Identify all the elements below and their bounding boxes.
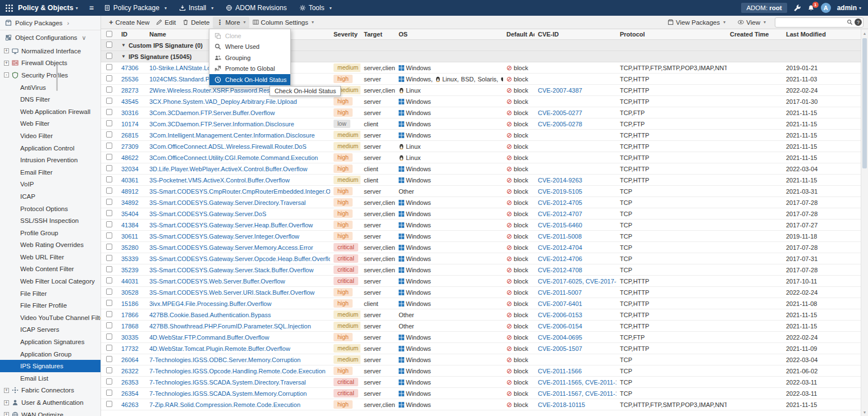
menu-item-where-used[interactable]: Where Used — [209, 42, 290, 53]
column-header-os[interactable]: OS — [395, 31, 503, 38]
table-row[interactable]: 352393S-Smart.CODESYS.Gateway.Server.Sta… — [101, 264, 861, 276]
sidebar-item-file-filter[interactable]: File Filter — [0, 287, 100, 300]
table-row[interactable]: 260647-Technologies.IGSS.ODBC.Server.Mem… — [101, 354, 861, 365]
signature-id-link[interactable]: 35239 — [121, 267, 139, 273]
sidebar-item-icap-servers[interactable]: ICAP Servers — [0, 324, 100, 336]
table-row[interactable]: 486223Com.OfficeConnect.Utility.CGI.Remo… — [101, 152, 861, 163]
table-row[interactable]: 151863ivx.MPEG4.File.Processing.Buffer.O… — [101, 298, 861, 309]
menu-policy-package[interactable]: Policy Package ▾ — [104, 4, 167, 12]
signature-name-link[interactable]: 3Com.Intelligent.Management.Center.Infor… — [149, 132, 315, 139]
signature-name-link[interactable]: 3S-Smart.CODESYS.Gateway.Server.Opcode.H… — [149, 255, 330, 262]
table-row[interactable]: 462637-Zip.RAR.Solid.Compression.Remote.… — [101, 399, 861, 410]
table-row[interactable]: 263547-Technologies.IGSS.SCADA.System.Me… — [101, 388, 861, 399]
signature-name-link[interactable]: 3Com.OfficeConnect.Utility.CGI.Remote.Co… — [149, 154, 318, 161]
table-row[interactable]: 303163Com.3CDaemon.FTP.Server.Buffer.Ove… — [101, 107, 861, 118]
signature-name-link[interactable]: 3S-Smart.CODESYS.Gateway.Server.DoS — [149, 211, 266, 217]
row-checkbox[interactable] — [106, 289, 112, 295]
table-row[interactable]: 263537-Technologies.IGSS.SCADA.System.Di… — [101, 377, 861, 388]
signature-id-link[interactable]: 44031 — [121, 278, 139, 285]
row-checkbox[interactable] — [106, 356, 112, 362]
sidebar-item-application-control[interactable]: Application Control — [0, 142, 100, 154]
row-checkbox[interactable] — [106, 75, 112, 81]
row-checkbox[interactable] — [106, 64, 112, 70]
cve-link[interactable]: CVE-2011-5007 — [538, 289, 582, 296]
column-header-id[interactable]: ID — [118, 31, 146, 38]
signature-name-link[interactable]: 3CX.Phone.System.VAD_Deploy.Arbitrary.Fi… — [149, 98, 297, 105]
sidebar-item-application-signatures[interactable]: Application Signatures — [0, 336, 100, 348]
signature-id-link[interactable]: 35339 — [121, 255, 139, 262]
signature-id-link[interactable]: 30335 — [121, 334, 139, 341]
row-checkbox[interactable] — [106, 390, 112, 396]
row-checkbox[interactable] — [106, 120, 112, 126]
signature-name-link[interactable]: 7-Technologies.IGSS.SCADA.System.Directo… — [149, 379, 306, 386]
view-packages-button[interactable]: View Packages ▾ — [664, 17, 729, 28]
sidebar-item-application-group[interactable]: Application Group — [0, 348, 100, 360]
group-checkbox[interactable] — [106, 42, 112, 48]
signature-id-link[interactable]: 26354 — [121, 390, 139, 397]
signature-id-link[interactable]: 26815 — [121, 132, 139, 139]
tree-expander-icon[interactable]: + — [4, 48, 9, 53]
cve-link[interactable]: CVE-2019-5105 — [538, 188, 582, 195]
menu-item-promote-to-global[interactable]: Promote to Global — [209, 63, 290, 75]
cve-link[interactable]: CVE-2012-4707 — [538, 211, 582, 217]
signature-id-link[interactable]: 34892 — [121, 199, 139, 206]
cve-link[interactable]: CVE-2011-1565, CVE-2011-15 — [538, 379, 616, 386]
signature-id-link[interactable]: 26064 — [121, 356, 139, 363]
row-checkbox[interactable] — [106, 333, 112, 340]
row-checkbox[interactable] — [106, 210, 112, 216]
signature-name-link[interactable]: 4D.WebStar.FTP.Command.Buffer.Overflow — [149, 334, 269, 341]
signature-name-link[interactable]: 3Com.3CDaemon.FTP.Server.Information.Dis… — [149, 121, 294, 127]
sidebar-item-email-filter[interactable]: Email Filter — [0, 166, 100, 179]
menu-item-grouping[interactable]: Grouping — [209, 52, 290, 63]
cve-link[interactable]: CVE-2005-0277 — [538, 109, 582, 116]
tree-expander-icon[interactable]: + — [4, 61, 9, 66]
row-checkbox[interactable] — [106, 188, 112, 194]
row-checkbox[interactable] — [106, 199, 112, 205]
table-row[interactable]: 403613S-Pocketnet.VMS.ActiveX.Control.Bu… — [101, 175, 861, 186]
table-row[interactable]: 17866427BB.Cookie.Based.Authentication.B… — [101, 309, 861, 321]
sidebar-item-video-filter[interactable]: Video Filter — [0, 130, 100, 142]
sidebar-scrollbar-thumb[interactable] — [56, 65, 58, 91]
search-input[interactable] — [775, 19, 847, 26]
signature-name-link[interactable]: 3S-Smart.CODESYS.Gateway.Server.Heap.Buf… — [149, 222, 313, 228]
sidebar-item-file-filter-profile[interactable]: File Filter Profile — [0, 299, 100, 312]
signature-name-link[interactable]: 3D.Life.Player.WebPlayer.ActiveX.Control… — [149, 166, 307, 172]
signature-name-link[interactable]: 427BB.Cookie.Based.Authentication.Bypass — [149, 312, 271, 318]
column-header-protocol[interactable]: Protocol — [616, 31, 727, 38]
sidebar-item-voip[interactable]: VoIP — [0, 179, 100, 191]
menu-install[interactable]: Install ▾ — [179, 4, 213, 12]
signature-id-link[interactable]: 17732 — [121, 345, 139, 352]
signature-name-link[interactable]: 7-Technologies.IGSS.Opcode.Handling.Remo… — [149, 368, 326, 374]
signature-name-link[interactable]: 7-Technologies.IGSS.SCADA.System.Memory.… — [149, 390, 307, 397]
signature-name-link[interactable]: 10-Strike.LANState.Lo — [149, 65, 211, 71]
cve-link[interactable]: CVE-2007-4387 — [538, 87, 582, 94]
signature-name-link[interactable]: 3S-Smart.CODESYS.CmpRouter.CmpRouterEmbe… — [149, 188, 330, 195]
table-row[interactable]: 17868427BB.Showthread.PHP.ForumID.Parame… — [101, 321, 861, 332]
scroll-up-arrow[interactable]: ▲ — [861, 29, 868, 37]
sidebar-item-profile-group[interactable]: Profile Group — [0, 227, 100, 239]
table-row[interactable]: 489123S-Smart.CODESYS.CmpRouter.CmpRoute… — [101, 186, 861, 197]
row-checkbox[interactable] — [106, 266, 112, 272]
collapse-caret-icon[interactable]: ▼ — [121, 54, 126, 59]
row-checkbox[interactable] — [106, 300, 112, 306]
sidebar-item-video-youtube-channel-filter[interactable]: Video YouTube Channel Filter — [0, 312, 100, 324]
sidebar-item-web-rating-overrides[interactable]: Web Rating Overrides — [0, 239, 100, 252]
tree-expander-icon[interactable]: + — [4, 388, 9, 393]
collapse-caret-icon[interactable]: ▼ — [121, 43, 126, 48]
signature-id-link[interactable]: 30316 — [121, 109, 139, 116]
signature-name-link[interactable]: 4D.WebStar.Tomcat.Plugin.Remote.Buffer.O… — [149, 345, 290, 352]
signature-name-link[interactable]: 3Com.OfficeConnect.ADSL.Wireless.Firewal… — [149, 143, 307, 150]
sidebar-item-fabric-connectors[interactable]: +Fabric Connectors — [0, 385, 100, 397]
sidebar-item-firewall-objects[interactable]: +Firewall Objects — [0, 57, 100, 70]
sidebar-item-web-content-filter[interactable]: Web Content Filter — [0, 263, 100, 276]
column-header-target[interactable]: Target — [360, 31, 395, 38]
cve-link[interactable]: CVE-2006-0154 — [538, 323, 582, 330]
cve-link[interactable]: CVE-2006-0153 — [538, 312, 582, 318]
signature-id-link[interactable]: 40361 — [121, 177, 139, 184]
row-checkbox[interactable] — [106, 322, 112, 328]
cve-link[interactable]: CVE-2017-6025, CVE-2017-60 — [538, 278, 616, 285]
sidebar-item-dns-filter[interactable]: DNS Filter — [0, 93, 100, 106]
signature-id-link[interactable]: 17868 — [121, 323, 139, 330]
tree-expander-icon[interactable]: + — [4, 400, 9, 405]
column-header-severity[interactable]: Severity — [330, 31, 360, 38]
